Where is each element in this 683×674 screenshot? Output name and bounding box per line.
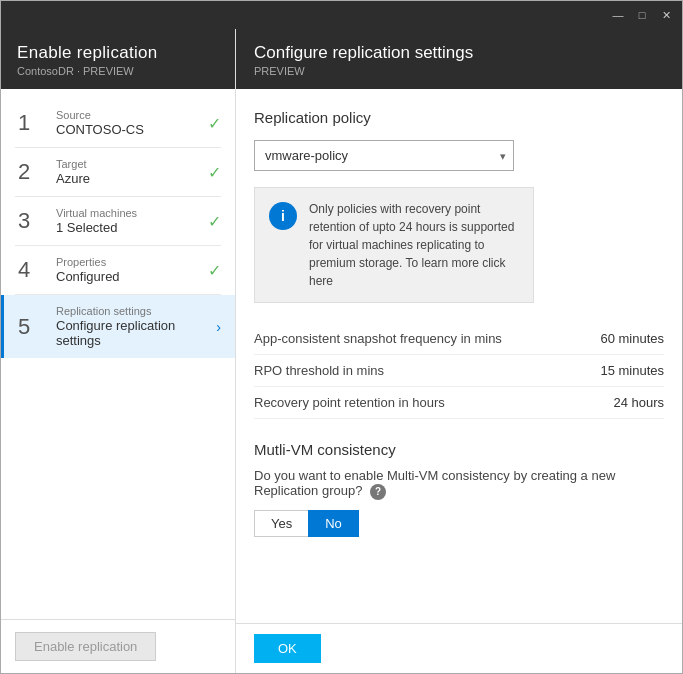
step-1-value: CONTOSO-CS (56, 122, 202, 137)
right-panel-title: Configure replication settings (254, 43, 664, 63)
step-3-number: 3 (18, 210, 46, 232)
stats-label-2: Recovery point retention in hours (254, 395, 445, 410)
step-2[interactable]: 2 Target Azure ✓ (1, 148, 235, 196)
right-content: Replication policy vmware-policy ▾ i Onl… (236, 89, 682, 623)
maximize-button[interactable]: □ (634, 7, 650, 23)
step-1-label: Source (56, 109, 202, 121)
yes-button[interactable]: Yes (254, 510, 308, 537)
step-3[interactable]: 3 Virtual machines 1 Selected ✓ (1, 197, 235, 245)
stats-label-0: App-consistent snapshot frequency in min… (254, 331, 502, 346)
stats-table: App-consistent snapshot frequency in min… (254, 323, 664, 419)
steps-list: 1 Source CONTOSO-CS ✓ 2 Target Azure ✓ (1, 89, 235, 619)
ok-button[interactable]: OK (254, 634, 321, 663)
stats-value-1: 15 minutes (600, 363, 664, 378)
left-header: Enable replication ContosoDR · PREVIEW (1, 29, 235, 89)
step-2-content: Target Azure (56, 158, 202, 186)
step-2-check-icon: ✓ (208, 163, 221, 182)
step-1-number: 1 (18, 112, 46, 134)
step-4[interactable]: 4 Properties Configured ✓ (1, 246, 235, 294)
no-button[interactable]: No (308, 510, 359, 537)
enable-replication-button[interactable]: Enable replication (15, 632, 156, 661)
info-icon: i (269, 202, 297, 230)
content-area: Enable replication ContosoDR · PREVIEW 1… (1, 29, 682, 673)
replication-policy-title: Replication policy (254, 109, 664, 126)
replication-policy-dropdown[interactable]: vmware-policy (254, 140, 514, 171)
step-4-check-icon: ✓ (208, 261, 221, 280)
step-4-number: 4 (18, 259, 46, 281)
main-window: — □ ✕ Enable replication ContosoDR · PRE… (0, 0, 683, 674)
multi-vm-toggle-group: Yes No (254, 510, 664, 537)
stats-value-0: 60 minutes (600, 331, 664, 346)
step-1-check-icon: ✓ (208, 114, 221, 133)
right-footer: OK (236, 623, 682, 673)
stats-label-1: RPO threshold in mins (254, 363, 384, 378)
info-box: i Only policies with recovery point rete… (254, 187, 534, 303)
multi-vm-title: Mutli-VM consistency (254, 441, 664, 458)
right-panel-subtitle: PREVIEW (254, 65, 664, 77)
left-panel-title: Enable replication (17, 43, 219, 63)
stats-value-2: 24 hours (613, 395, 664, 410)
step-2-label: Target (56, 158, 202, 170)
stats-row-1: RPO threshold in mins 15 minutes (254, 355, 664, 387)
step-4-label: Properties (56, 256, 202, 268)
left-panel-subtitle: ContosoDR · PREVIEW (17, 65, 219, 77)
minimize-button[interactable]: — (610, 7, 626, 23)
multi-vm-question-text: Do you want to enable Multi-VM consisten… (254, 468, 615, 498)
step-4-value: Configured (56, 269, 202, 284)
step-5[interactable]: 5 Replication settings Configure replica… (1, 295, 235, 358)
step-5-number: 5 (18, 316, 46, 338)
step-5-content: Replication settings Configure replicati… (56, 305, 212, 348)
title-bar: — □ ✕ (1, 1, 682, 29)
step-1-content: Source CONTOSO-CS (56, 109, 202, 137)
left-footer: Enable replication (1, 619, 235, 673)
step-3-content: Virtual machines 1 Selected (56, 207, 202, 235)
stats-row-0: App-consistent snapshot frequency in min… (254, 323, 664, 355)
right-header: Configure replication settings PREVIEW (236, 29, 682, 89)
close-button[interactable]: ✕ (658, 7, 674, 23)
step-2-number: 2 (18, 161, 46, 183)
title-bar-controls: — □ ✕ (610, 7, 674, 23)
step-5-label: Replication settings (56, 305, 212, 317)
step-3-label: Virtual machines (56, 207, 202, 219)
step-4-content: Properties Configured (56, 256, 202, 284)
left-panel: Enable replication ContosoDR · PREVIEW 1… (1, 29, 236, 673)
info-box-text: Only policies with recovery point retent… (309, 200, 519, 290)
step-1[interactable]: 1 Source CONTOSO-CS ✓ (1, 99, 235, 147)
info-box-content: Only policies with recovery point retent… (309, 202, 514, 288)
stats-row-2: Recovery point retention in hours 24 hou… (254, 387, 664, 419)
help-icon[interactable]: ? (370, 484, 386, 500)
step-5-value: Configure replication settings (56, 318, 212, 348)
multi-vm-question: Do you want to enable Multi-VM consisten… (254, 468, 664, 500)
step-3-value: 1 Selected (56, 220, 202, 235)
step-2-value: Azure (56, 171, 202, 186)
step-5-arrow-icon: › (216, 319, 221, 335)
right-panel: Configure replication settings PREVIEW R… (236, 29, 682, 673)
step-3-check-icon: ✓ (208, 212, 221, 231)
replication-policy-dropdown-wrap: vmware-policy ▾ (254, 140, 514, 171)
